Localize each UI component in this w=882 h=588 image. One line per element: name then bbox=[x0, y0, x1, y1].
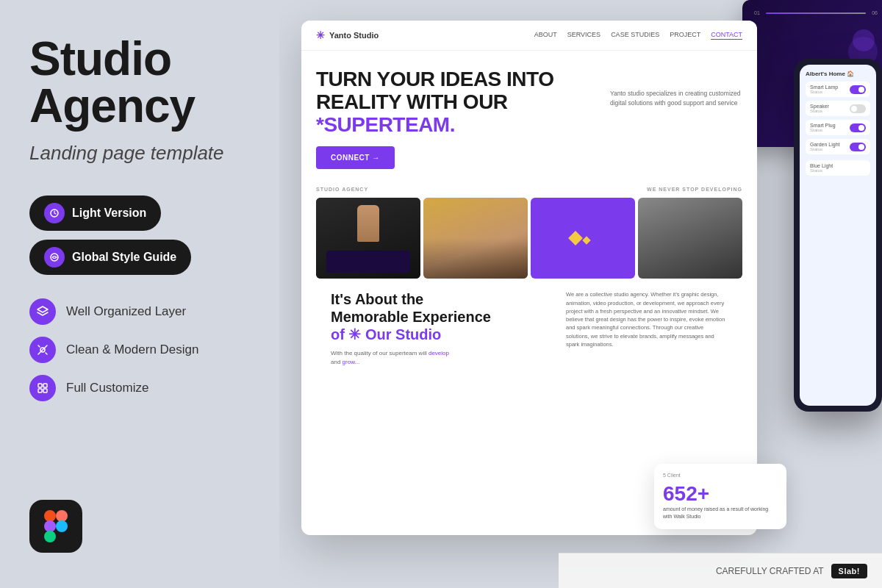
preview-hero-row: TURN YOUR IDEAS INTO REALITY WITH OUR *S… bbox=[316, 68, 742, 169]
design-icon bbox=[29, 337, 56, 363]
preview-hero-left: TURN YOUR IDEAS INTO REALITY WITH OUR *S… bbox=[316, 68, 603, 169]
svg-rect-5 bbox=[38, 384, 42, 387]
gallery-img-1 bbox=[316, 198, 420, 279]
phone-screen: Albert's Home 🏠 Smart Lamp Status Speake… bbox=[800, 65, 876, 406]
nav-project: PROJECT bbox=[670, 31, 700, 40]
svg-rect-8 bbox=[43, 389, 47, 392]
feature-design: Clean & Modern Design bbox=[29, 337, 250, 363]
light-version-badge[interactable]: Light Version bbox=[29, 196, 161, 231]
bottom-bar-text: CAREFULLY CRAFTED AT bbox=[716, 566, 824, 576]
feature-layers-text: Well Organized Layer bbox=[66, 304, 186, 319]
feature-list: Well Organized Layer Clean & Modern Desi… bbox=[29, 298, 250, 401]
customize-icon bbox=[29, 375, 56, 401]
gallery-img-4 bbox=[638, 198, 742, 279]
phone-row-1-label: Smart Lamp bbox=[810, 85, 838, 90]
phone-row-1: Smart Lamp Status bbox=[806, 82, 870, 97]
preview-nav-links: ABOUT SERVICES CASE STUDIES PROJECT CONT… bbox=[534, 31, 742, 40]
dark-label-left: 01 bbox=[754, 10, 760, 15]
phone-row-2-label: Speaker bbox=[810, 104, 829, 109]
nav-case: CASE STUDIES bbox=[611, 31, 659, 40]
global-style-icon bbox=[44, 247, 65, 268]
logo-star: ✳ bbox=[316, 29, 325, 41]
hero-line2: REALITY WITH OUR bbox=[316, 90, 508, 113]
light-version-icon bbox=[44, 203, 65, 223]
global-style-label: Global Style Guide bbox=[72, 251, 176, 264]
preview-logo: ✳ Yanto Studio bbox=[316, 29, 379, 41]
global-style-badge[interactable]: Global Style Guide bbox=[29, 240, 191, 275]
nav-about: ABOUT bbox=[534, 31, 557, 40]
badge-row: Light Version Global Style Guide bbox=[29, 196, 250, 275]
preview-nav: ✳ Yanto Studio ABOUT SERVICES CASE STUDI… bbox=[301, 21, 757, 51]
preview-bottom-section: It's About the Memorable Experience of ✳… bbox=[301, 279, 757, 379]
testimonial-text: amount of money raised as a result of wo… bbox=[663, 506, 778, 520]
svg-line-4 bbox=[46, 353, 47, 354]
gallery-section-labels: STUDIO AGENCY WE NEVER STOP DEVELOPING bbox=[301, 181, 757, 198]
main-title: Studio Agency bbox=[29, 35, 250, 129]
svg-rect-12 bbox=[56, 520, 68, 532]
toggle-4[interactable] bbox=[850, 143, 866, 151]
right-panel: 01 06 ✳ Yanto Studio ABOUT SERVICES CASE… bbox=[279, 0, 882, 588]
phone-header: Albert's Home 🏠 bbox=[806, 71, 870, 77]
phone-row-2: Speaker Status bbox=[806, 101, 870, 116]
title-line2: Agency bbox=[29, 79, 195, 132]
feature-customize-text: Full Customize bbox=[66, 381, 148, 395]
toggle-3[interactable] bbox=[850, 123, 866, 132]
dark-label-right: 06 bbox=[872, 10, 878, 15]
svg-rect-10 bbox=[56, 510, 68, 522]
logo-text: Yanto Studio bbox=[329, 31, 379, 40]
phone-row-3: Smart Plug Status bbox=[806, 120, 870, 135]
toggle-1[interactable] bbox=[850, 85, 866, 94]
toggle-2[interactable] bbox=[850, 104, 866, 113]
bottom-text-left: With the quality of our superteam will d… bbox=[331, 349, 551, 367]
preview-bottom-left: It's About the Memorable Experience of ✳… bbox=[331, 290, 551, 367]
hero-line3: *SUPERTEAM. bbox=[316, 113, 455, 136]
figma-badge bbox=[29, 500, 82, 553]
phone-extra-row: Blue Light Status bbox=[806, 160, 870, 176]
testimonial-card: 5 Client 652+ amount of money raised as … bbox=[654, 464, 786, 529]
left-panel: Studio Agency Landing page template Ligh… bbox=[0, 0, 279, 588]
hero-line1: TURN YOUR IDEAS INTO bbox=[316, 68, 553, 90]
phone-preview: Albert's Home 🏠 Smart Lamp Status Speake… bbox=[794, 59, 882, 412]
light-version-label: Light Version bbox=[72, 207, 146, 220]
gallery-img-3 bbox=[531, 198, 635, 279]
preview-bottom-title: It's About the Memorable Experience of ✳… bbox=[331, 290, 551, 343]
feature-customize: Full Customize bbox=[29, 375, 250, 401]
phone-row-4-status: Status bbox=[810, 147, 839, 151]
gallery-img-2 bbox=[423, 198, 528, 279]
phone-row-4-label: Garden Light bbox=[810, 142, 839, 147]
preview-hero: TURN YOUR IDEAS INTO REALITY WITH OUR *S… bbox=[301, 51, 757, 181]
svg-rect-6 bbox=[43, 384, 47, 387]
svg-rect-13 bbox=[44, 531, 56, 542]
svg-rect-9 bbox=[44, 510, 56, 522]
hero-desc: Yanto studio specializes in creating cus… bbox=[610, 89, 742, 108]
feature-layers: Well Organized Layer bbox=[29, 298, 250, 325]
nav-contact: CONTACT bbox=[711, 31, 742, 40]
preview-hero-title: TURN YOUR IDEAS INTO REALITY WITH OUR *S… bbox=[316, 68, 603, 136]
testimonial-client-label: 5 Client bbox=[663, 473, 778, 478]
phone-row-3-status: Status bbox=[810, 128, 836, 132]
section-label-right: WE NEVER STOP DEVELOPING bbox=[647, 187, 742, 192]
phone-extra-label: Blue Light bbox=[810, 163, 866, 168]
website-preview: ✳ Yanto Studio ABOUT SERVICES CASE STUDI… bbox=[301, 21, 757, 535]
slab-badge: Slab! bbox=[831, 564, 867, 578]
bottom-bar: CAREFULLY CRAFTED AT Slab! bbox=[559, 553, 882, 588]
connect-button[interactable]: CONNECT → bbox=[316, 146, 395, 169]
preview-bottom-right: We are a collective studio agency. Wheth… bbox=[566, 290, 728, 367]
layers-icon bbox=[29, 298, 56, 325]
preview-bottom-row: It's About the Memorable Experience of ✳… bbox=[316, 290, 742, 367]
subtitle: Landing page template bbox=[29, 141, 250, 166]
phone-row-2-status: Status bbox=[810, 109, 829, 113]
phone-row-1-status: Status bbox=[810, 90, 838, 94]
feature-design-text: Clean & Modern Design bbox=[66, 343, 198, 357]
svg-line-3 bbox=[38, 345, 40, 347]
preview-gallery bbox=[301, 198, 757, 279]
phone-row-4: Garden Light Status bbox=[806, 139, 870, 154]
section-label-left: STUDIO AGENCY bbox=[316, 187, 368, 192]
phone-extra-status: Status bbox=[810, 168, 866, 173]
nav-services: SERVICES bbox=[567, 31, 600, 40]
svg-rect-7 bbox=[38, 389, 42, 392]
phone-row-3-label: Smart Plug bbox=[810, 123, 836, 128]
title-line1: Studio bbox=[29, 32, 171, 85]
svg-rect-11 bbox=[44, 520, 56, 532]
testimonial-number: 652+ bbox=[663, 482, 778, 506]
